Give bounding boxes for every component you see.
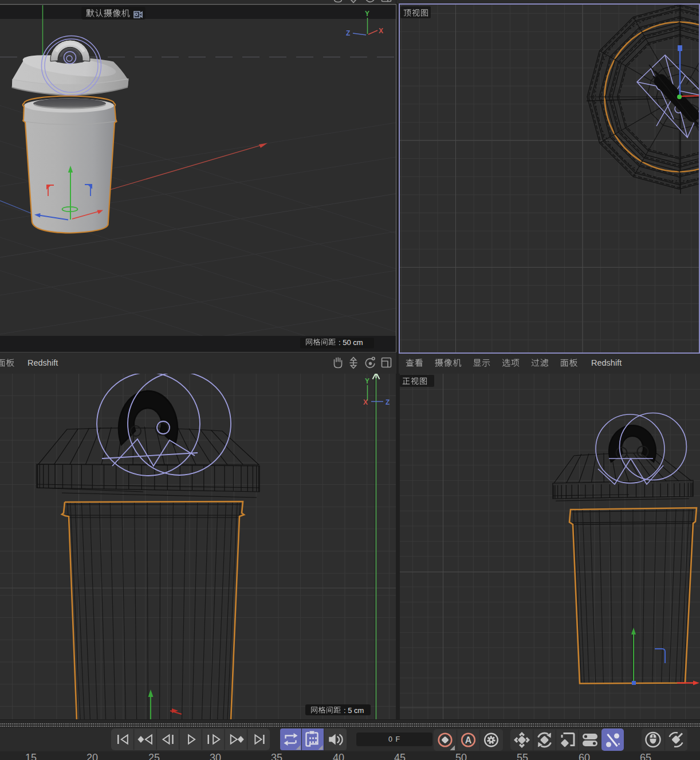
svg-text:Z: Z	[346, 29, 350, 37]
svg-text:Z: Z	[386, 398, 390, 406]
svg-text:X: X	[379, 27, 383, 35]
svg-text:A: A	[465, 735, 472, 745]
svg-text:X: X	[363, 398, 368, 406]
svg-text:Y: Y	[365, 377, 369, 385]
svg-text:Y: Y	[365, 10, 369, 18]
